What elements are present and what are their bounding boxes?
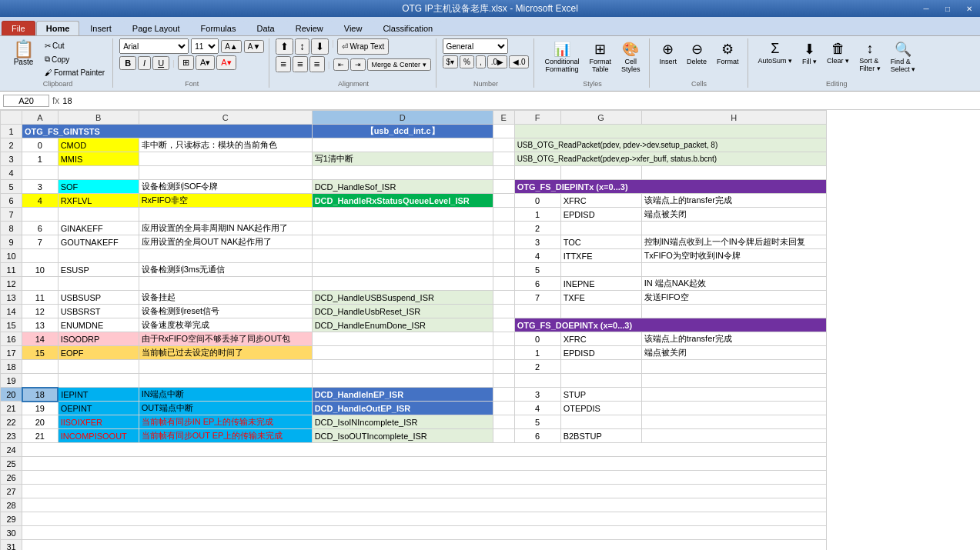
number-format-select[interactable]: General <box>443 38 508 54</box>
font-name-select[interactable]: Arial <box>119 38 189 54</box>
cell-styles-button[interactable]: 🎨 CellStyles <box>617 38 644 75</box>
tab-data[interactable]: Data <box>246 21 284 35</box>
italic-button[interactable]: I <box>138 56 151 70</box>
table-row: 19 <box>1 374 827 388</box>
clear-label: Clear ▾ <box>827 57 849 65</box>
col-header-F[interactable]: F <box>514 111 560 125</box>
col-header-B[interactable]: B <box>58 111 139 125</box>
cut-icon: ✂ <box>45 42 51 50</box>
format-table-icon: ⊞ <box>594 41 606 58</box>
format-icon: ⚙ <box>721 41 734 58</box>
clipboard-group: 📋 Paste ✂ Cut ⧉ Copy 🖌 Format Painter <box>3 38 113 88</box>
col-header-E[interactable]: E <box>493 111 514 125</box>
wrap-text-button[interactable]: ⏎ Wrap Text <box>337 38 389 55</box>
table-row: 31 <box>1 540 827 551</box>
table-row: 1 OTG_FS_GINTSTS 【usb_dcd_int.c】 <box>1 125 827 138</box>
cell-styles-icon: 🎨 <box>622 41 639 58</box>
table-row: 20 18 IEPINT IN端点中断 DCD_HandleInEP_ISR 3… <box>1 388 827 402</box>
conditional-formatting-button[interactable]: 📊 ConditionalFormatting <box>540 38 583 75</box>
align-top-button[interactable]: ⬆ <box>276 38 293 55</box>
tab-insert[interactable]: Insert <box>80 21 122 35</box>
copy-label: Copy <box>52 55 69 64</box>
comma-button[interactable]: , <box>476 55 486 68</box>
align-right-button[interactable]: ≡ <box>309 56 325 72</box>
tab-formulas[interactable]: Formulas <box>191 21 246 35</box>
percent-button[interactable]: % <box>460 55 474 68</box>
cell-reference-input[interactable] <box>3 95 49 107</box>
align-middle-button[interactable]: ↕ <box>295 38 309 55</box>
format-painter-button[interactable]: 🖌 Format Painter <box>42 67 108 78</box>
border-button[interactable]: ⊞ <box>178 55 194 70</box>
format-cells-button[interactable]: ⚙ Format <box>713 38 743 68</box>
align-left-button[interactable]: ≡ <box>276 56 291 72</box>
spreadsheet-wrapper: A B C D E F G H 1 OTG_FS_GINTSTS 【usb_dc… <box>0 110 980 550</box>
col-header-C[interactable]: C <box>139 111 312 125</box>
underline-button[interactable]: U <box>152 56 169 70</box>
tab-review[interactable]: Review <box>286 21 333 35</box>
paste-button[interactable]: 📋 Paste <box>8 38 39 68</box>
table-row: 16 14 ISOODRP 由于RxFIFO空间不够丢掉了同步OUT包 0 XF… <box>1 332 827 346</box>
spreadsheet[interactable]: A B C D E F G H 1 OTG_FS_GINTSTS 【usb_dc… <box>0 110 980 550</box>
autosum-button[interactable]: Σ AutoSum ▾ <box>754 38 797 67</box>
find-select-button[interactable]: 🔍 Find &Select ▾ <box>887 38 920 75</box>
fill-color-button[interactable]: A▾ <box>196 55 215 70</box>
font-color-button[interactable]: A▾ <box>216 55 236 70</box>
table-row: 18 2 <box>1 360 827 374</box>
font-grow-button[interactable]: A▲ <box>221 40 242 53</box>
currency-button[interactable]: $▾ <box>443 55 459 68</box>
editing-label: Editing <box>826 80 848 88</box>
minimize-button[interactable]: ─ <box>915 0 937 17</box>
table-row: 30 <box>1 526 827 540</box>
align-bottom-button[interactable]: ⬇ <box>311 38 329 55</box>
cond-format-icon: 📊 <box>554 41 570 58</box>
sort-icon: ↕ <box>866 41 873 57</box>
bold-button[interactable]: B <box>119 56 136 70</box>
table-row: 7 1 EPDISD 端点被关闭 <box>1 208 827 222</box>
insert-cells-button[interactable]: ⊕ Insert <box>656 38 681 68</box>
format-as-table-button[interactable]: ⊞ FormatTable <box>586 38 616 75</box>
fill-button[interactable]: ⬇ Fill ▾ <box>798 38 821 68</box>
editing-group: Σ AutoSum ▾ ⬇ Fill ▾ 🗑 Clear ▾ ↕ Sort &F… <box>750 38 925 88</box>
tab-home[interactable]: Home <box>36 21 80 35</box>
clear-button[interactable]: 🗑 Clear ▾ <box>823 38 853 67</box>
col-header-A[interactable]: A <box>22 111 59 125</box>
font-size-select[interactable]: 11 <box>191 38 219 54</box>
indent-increase-button[interactable]: ⇥ <box>350 58 366 71</box>
decimal-increase-button[interactable]: .0▶ <box>487 55 507 68</box>
copy-button[interactable]: ⧉ Copy <box>42 53 108 65</box>
col-header-H[interactable]: H <box>641 111 826 125</box>
clipboard-label: Clipboard <box>43 80 73 88</box>
fill-icon: ⬇ <box>804 41 815 58</box>
find-icon: 🔍 <box>895 41 911 58</box>
formula-input[interactable] <box>62 96 977 105</box>
cut-button[interactable]: ✂ Cut <box>42 40 108 52</box>
font-divider: | <box>172 58 175 68</box>
cells-group: ⊕ Insert ⊖ Delete ⚙ Format Cells <box>651 38 748 88</box>
close-button[interactable]: ✕ <box>958 0 980 17</box>
maximize-button[interactable]: □ <box>937 0 958 17</box>
tab-classification[interactable]: Classification <box>373 21 443 35</box>
delete-cells-button[interactable]: ⊖ Delete <box>683 38 711 68</box>
tab-page-layout[interactable]: Page Layout <box>122 21 190 35</box>
sort-filter-button[interactable]: ↕ Sort &Filter ▾ <box>855 38 885 75</box>
col-header-D[interactable]: D <box>312 111 493 125</box>
table-row: 28 <box>1 498 827 512</box>
table-row: 24 <box>1 443 827 457</box>
tab-view[interactable]: View <box>334 21 373 35</box>
col-header-G[interactable]: G <box>560 111 641 125</box>
insert-icon: ⊕ <box>662 41 674 58</box>
align-center-button[interactable]: ≡ <box>293 56 308 72</box>
insert-label: Insert <box>660 58 677 65</box>
font-shrink-button[interactable]: A▼ <box>244 40 265 53</box>
merge-center-button[interactable]: Merge & Center ▾ <box>367 58 431 71</box>
table-row: 23 21 INCOMPISOOUT 当前帧有同步OUT EP上的传输未完成 D… <box>1 429 827 443</box>
indent-decrease-button[interactable]: ⇤ <box>333 58 349 71</box>
decimal-decrease-button[interactable]: ◀.0 <box>509 55 529 68</box>
formula-bar: fx <box>0 92 980 110</box>
number-label: Number <box>473 80 498 88</box>
table-row: 17 15 EOPF 当前帧已过去设定的时间了 1 EPDISD 端点被关闭 <box>1 346 827 360</box>
autosum-label: AutoSum ▾ <box>758 57 793 65</box>
format-painter-icon: 🖌 <box>45 68 52 77</box>
tab-file[interactable]: File <box>2 21 35 35</box>
table-row: 8 6 GINAKEFF 应用设置的全局非周期IN NAK起作用了 2 <box>1 222 827 235</box>
